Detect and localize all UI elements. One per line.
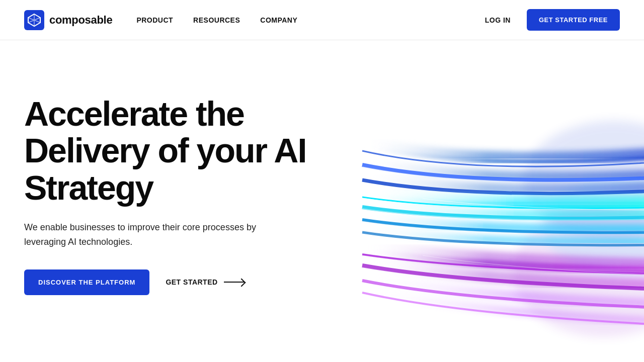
hero-title: Accelerate the Delivery of your AI Strat…: [24, 96, 326, 206]
discover-platform-button[interactable]: DISCOVER THE PLATFORM: [24, 269, 149, 295]
arrow-right-icon: [224, 282, 244, 283]
hero-visual: [322, 40, 644, 362]
nav-item-product[interactable]: PRODUCT: [136, 16, 173, 25]
nav-item-resources[interactable]: RESOURCES: [193, 16, 240, 25]
navbar-left: composable PRODUCT RESOURCES COMPANY: [24, 10, 297, 30]
nav-link-company[interactable]: COMPANY: [260, 16, 297, 24]
get-started-label: GET STARTED: [166, 278, 217, 286]
nav-links: PRODUCT RESOURCES COMPANY: [136, 16, 297, 25]
hero-actions: DISCOVER THE PLATFORM GET STARTED: [24, 269, 326, 295]
login-link[interactable]: LOG IN: [485, 16, 511, 24]
logo-link[interactable]: composable: [24, 10, 112, 30]
get-started-link[interactable]: GET STARTED: [166, 278, 244, 286]
logo-icon: [24, 10, 44, 30]
hero-subtitle: We enable businesses to improve their co…: [24, 220, 276, 249]
nav-link-product[interactable]: PRODUCT: [136, 16, 173, 24]
hero-content: Accelerate the Delivery of your AI Strat…: [24, 80, 326, 295]
navbar: composable PRODUCT RESOURCES COMPANY LOG…: [0, 0, 644, 40]
light-streaks-svg: [322, 40, 644, 362]
navbar-right: LOG IN GET STARTED FREE: [485, 9, 620, 31]
hero-section: Accelerate the Delivery of your AI Strat…: [0, 40, 644, 362]
get-started-free-button[interactable]: GET STARTED FREE: [527, 9, 620, 31]
nav-item-company[interactable]: COMPANY: [260, 16, 297, 25]
nav-link-resources[interactable]: RESOURCES: [193, 16, 240, 24]
logo-text: composable: [49, 14, 112, 27]
